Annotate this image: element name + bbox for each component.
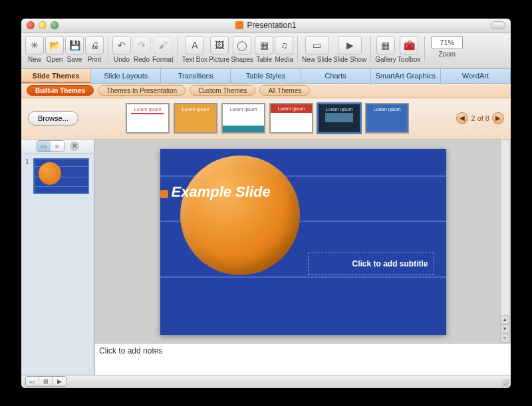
app-window: Presentation1 ✳New 📂Open 💾Save 🖨Print ↶U… [21, 19, 511, 388]
tab-slide-layouts[interactable]: Slide Layouts [91, 69, 161, 83]
theme-thumb[interactable]: Lorem Ipsum [365, 103, 409, 134]
sidebar-close-button[interactable]: ✕ [70, 142, 79, 151]
redo-button[interactable]: ↷Redo [132, 36, 151, 63]
open-button[interactable]: 📂Open [45, 36, 64, 63]
sorter-view-button[interactable]: ⊞ [39, 377, 53, 386]
content-area: ▭ ≡ ✕ 1 [21, 140, 511, 375]
toolbox-button[interactable]: 🧰Toolbox [398, 36, 420, 63]
theme-thumbnails: Lorem Ipsum Lorem Ipsum Lorem Ipsum Lore… [84, 103, 452, 134]
subtab-in-presentation[interactable]: Themes In Presentation [98, 85, 186, 96]
gallery-pager: ◀ 2 of 8 ▶ [456, 112, 504, 124]
save-button[interactable]: 💾Save [65, 36, 84, 63]
print-button[interactable]: 🖨Print [85, 36, 104, 63]
slide-title-text[interactable]: Example Slide [160, 183, 434, 201]
sidebar-body: 1 [21, 154, 94, 375]
media-button[interactable]: ♫Media [275, 36, 293, 63]
tab-slide-themes[interactable]: Slide Themes [21, 69, 91, 83]
window-controls [21, 21, 59, 29]
slide-thumbnail[interactable] [33, 158, 89, 194]
shapes-button[interactable]: ◯Shapes [231, 36, 253, 63]
undo-button[interactable]: ↶Undo [112, 36, 131, 63]
format-button[interactable]: 🖌Format [152, 36, 174, 63]
tab-table-styles[interactable]: Table Styles [231, 69, 301, 83]
scroll-down-button[interactable]: ▿ [500, 334, 509, 343]
zoom-label: Zoom [439, 51, 456, 58]
gallery-button[interactable]: ▦Gallery [375, 36, 396, 63]
thumb-shape-icon [39, 162, 61, 185]
toolbar-toggle-button[interactable] [491, 21, 505, 29]
notes-placeholder: Click to add notes [99, 346, 162, 355]
zoom-group: 71% Zoom [429, 36, 465, 58]
table-button[interactable]: ▦Table [255, 36, 273, 63]
vertical-scrollbar[interactable] [500, 140, 509, 343]
close-window-button[interactable] [27, 21, 35, 29]
next-slide-button[interactable]: ▾ [500, 324, 509, 334]
tab-charts[interactable]: Charts [301, 69, 371, 83]
zoom-input[interactable]: 71% [431, 36, 463, 49]
slideshow-view-button[interactable]: ▶ [53, 377, 66, 386]
slide-canvas[interactable]: Example Slide Click to add subtitle [160, 149, 446, 335]
editor-pane: Example Slide Click to add subtitle ▴ ▾ … [94, 140, 511, 375]
theme-thumb-selected[interactable]: Lorem Ipsum [317, 103, 361, 134]
slide-shape-circle[interactable] [180, 155, 300, 275]
theme-thumb[interactable]: Lorem Ipsum [221, 103, 265, 134]
zoom-window-button[interactable] [51, 21, 59, 29]
tab-transitions[interactable]: Transitions [161, 69, 231, 83]
window-title: Presentation1 [21, 21, 511, 30]
statusbar: ▭ ⊞ ▶ [21, 375, 511, 388]
subtab-all[interactable]: All Themes [259, 85, 310, 96]
resize-handle[interactable] [501, 379, 509, 387]
tab-wordart[interactable]: WordArt [441, 69, 511, 83]
sidebar-outline-view[interactable]: ≡ [51, 141, 64, 152]
sidebar-slides-view[interactable]: ▭ [37, 141, 51, 152]
sidebar-slide-item[interactable]: 1 [25, 158, 90, 194]
normal-view-button[interactable]: ▭ [26, 377, 39, 386]
ribbon-tabs: Slide Themes Slide Layouts Transitions T… [21, 69, 511, 84]
browse-button[interactable]: Browse... [28, 111, 78, 126]
newslide-button[interactable]: ▭New Slide [302, 36, 332, 63]
slide-sidebar: ▭ ≡ ✕ 1 [21, 140, 94, 375]
textbox-button[interactable]: AText Box [182, 36, 207, 63]
new-button[interactable]: ✳New [25, 36, 44, 63]
theme-thumb[interactable]: Lorem Ipsum [269, 103, 313, 134]
tab-smartart[interactable]: SmartArt Graphics [371, 69, 441, 83]
pager-label: 2 of 8 [471, 114, 489, 122]
slideshow-button[interactable]: ▶Slide Show [333, 36, 366, 63]
minimize-window-button[interactable] [39, 21, 47, 29]
sidebar-view-tabs: ▭ ≡ ✕ [21, 140, 94, 154]
subtab-custom[interactable]: Custom Themes [190, 85, 255, 96]
view-mode-buttons: ▭ ⊞ ▶ [25, 376, 66, 387]
theme-subtabs: Built-in Themes Themes In Presentation C… [21, 84, 511, 98]
canvas-area[interactable]: Example Slide Click to add subtitle ▴ ▾ … [95, 140, 511, 343]
theme-thumb[interactable]: Lorem Ipsum [126, 103, 170, 134]
pager-prev-button[interactable]: ◀ [456, 112, 468, 124]
prev-slide-button[interactable]: ▴ [500, 315, 509, 324]
slide-number: 1 [25, 158, 31, 165]
titlebar: Presentation1 [21, 19, 511, 33]
slide-subtitle-placeholder[interactable]: Click to add subtitle [308, 253, 434, 275]
theme-gallery: Browse... Lorem Ipsum Lorem Ipsum Lorem … [21, 98, 511, 140]
subtab-builtin[interactable]: Built-in Themes [27, 85, 94, 96]
notes-pane[interactable]: Click to add notes [95, 343, 511, 375]
theme-thumb[interactable]: Lorem Ipsum [174, 103, 217, 134]
pager-next-button[interactable]: ▶ [492, 112, 504, 124]
picture-button[interactable]: 🖼Picture [209, 36, 229, 63]
main-toolbar: ✳New 📂Open 💾Save 🖨Print ↶Undo ↷Redo 🖌For… [21, 33, 511, 69]
